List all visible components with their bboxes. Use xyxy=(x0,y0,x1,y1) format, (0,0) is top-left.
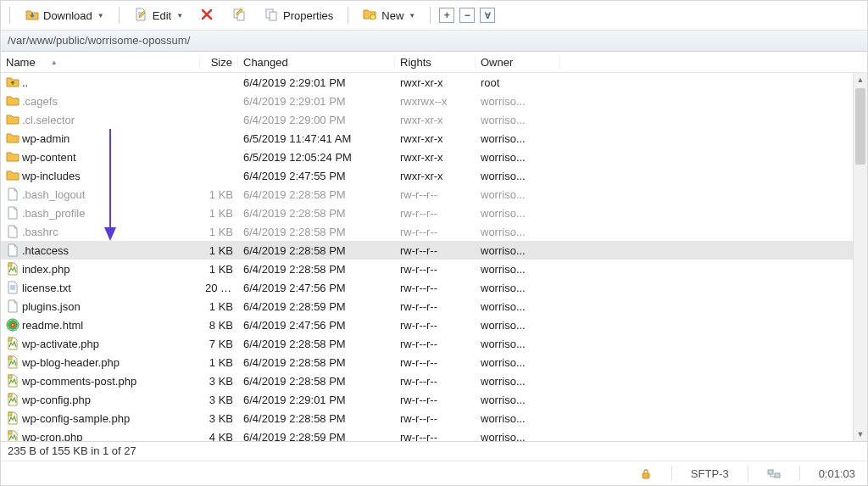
file-rights: rw-r--r-- xyxy=(395,394,476,406)
status-bar: SFTP-3 0:01:03 xyxy=(1,461,867,485)
file-name: license.txt xyxy=(22,282,71,294)
file-row[interactable]: wp-content6/5/2019 12:05:24 PMrwxr-xr-xw… xyxy=(1,148,854,166)
delete-button[interactable] xyxy=(194,5,221,25)
column-name[interactable]: Name ▲ xyxy=(1,56,200,69)
file-row[interactable]: wp-admin6/5/2019 11:47:41 AMrwxr-xr-xwor… xyxy=(1,129,854,148)
file-row[interactable]: readme.html8 KB6/4/2019 2:47:56 PMrw-r--… xyxy=(1,316,854,334)
file-size: 8 KB xyxy=(200,319,238,332)
download-button[interactable]: Download ▼ xyxy=(19,5,110,25)
file-row[interactable]: wp-cron.php4 KB6/4/2019 2:28:59 PMrw-r--… xyxy=(1,427,854,441)
file-icon xyxy=(6,187,19,201)
column-headers: Name ▲ Size Changed Rights Owner xyxy=(1,52,867,73)
file-changed: 6/4/2019 2:28:59 PM xyxy=(238,300,395,313)
edit-label: Edit xyxy=(153,9,171,22)
chevron-down-icon: ▼ xyxy=(176,12,183,20)
file-row[interactable]: wp-blog-header.php1 KB6/4/2019 2:28:58 P… xyxy=(1,353,854,371)
file-size: 20 KB xyxy=(200,282,238,294)
filter-icon[interactable]: ∀ xyxy=(480,8,495,23)
file-rights: rw-r--r-- xyxy=(395,319,476,332)
file-row[interactable]: index.php1 KB6/4/2019 2:28:58 PMrw-r--r-… xyxy=(1,260,854,278)
file-row[interactable]: wp-activate.php7 KB6/4/2019 2:28:58 PMrw… xyxy=(1,334,854,353)
file-owner: worriso... xyxy=(476,170,560,182)
file-changed: 6/4/2019 2:47:56 PM xyxy=(238,319,395,332)
file-row[interactable]: .cagefs6/4/2019 2:29:01 PMrwxrwx--xworri… xyxy=(1,92,854,110)
collapse-icon[interactable]: − xyxy=(459,8,475,23)
new-folder-icon xyxy=(363,8,378,23)
file-size: 1 KB xyxy=(200,244,238,257)
file-name: wp-content xyxy=(22,151,76,164)
file-size: 1 KB xyxy=(200,356,238,369)
file-name: plugins.json xyxy=(22,300,81,313)
vertical-scrollbar[interactable]: ▲ ▼ xyxy=(853,73,867,441)
file-row[interactable]: .htaccess1 KB6/4/2019 2:28:58 PMrw-r--r-… xyxy=(1,241,854,260)
encryption-indicator xyxy=(639,466,653,480)
new-button[interactable]: New ▼ xyxy=(357,5,421,25)
rename-icon xyxy=(232,8,248,23)
file-icon xyxy=(6,243,19,257)
folder-icon xyxy=(6,113,19,126)
file-owner: worriso... xyxy=(476,431,560,442)
file-size: 1 KB xyxy=(200,188,238,201)
selection-summary: 235 B of 155 KB in 1 of 27 xyxy=(1,441,867,461)
file-row[interactable]: plugins.json1 KB6/4/2019 2:28:59 PMrw-r-… xyxy=(1,297,854,316)
toolbar: Download ▼ Edit ▼ Properties New ▼ + − ∀ xyxy=(1,1,867,31)
path-bar[interactable]: /var/www/public/worrisome-opossum/ xyxy=(1,31,867,52)
file-changed: 6/4/2019 2:28:58 PM xyxy=(238,412,395,425)
scroll-thumb[interactable] xyxy=(855,88,865,165)
file-changed: 6/4/2019 2:28:59 PM xyxy=(238,431,395,442)
file-manager-window: Download ▼ Edit ▼ Properties New ▼ + − ∀ xyxy=(0,0,868,486)
file-row[interactable]: wp-comments-post.php3 KB6/4/2019 2:28:58… xyxy=(1,371,854,390)
column-size[interactable]: Size xyxy=(200,56,238,69)
properties-label: Properties xyxy=(283,9,333,22)
lock-icon xyxy=(639,466,653,480)
file-name: .htaccess xyxy=(22,244,69,257)
rename-button[interactable] xyxy=(226,5,253,25)
file-rights: rw-r--r-- xyxy=(395,356,476,369)
file-name: readme.html xyxy=(22,319,83,332)
file-row[interactable]: .cl.selector6/4/2019 2:29:00 PMrwxr-xr-x… xyxy=(1,110,854,129)
file-rights: rw-r--r-- xyxy=(395,431,476,442)
edit-button[interactable]: Edit ▼ xyxy=(128,5,189,25)
folder-icon xyxy=(6,94,19,108)
file-list: ..6/4/2019 2:29:01 PMrwxr-xr-xroot.cagef… xyxy=(1,73,867,441)
file-row[interactable]: ..6/4/2019 2:29:01 PMrwxr-xr-xroot xyxy=(1,73,854,92)
file-owner: worriso... xyxy=(476,95,560,108)
file-row[interactable]: .bash_logout1 KB6/4/2019 2:28:58 PMrw-r-… xyxy=(1,185,854,204)
file-owner: worriso... xyxy=(476,226,560,238)
file-row[interactable]: .bashrc1 KB6/4/2019 2:28:58 PMrw-r--r--w… xyxy=(1,222,854,241)
expand-icon[interactable]: + xyxy=(439,8,454,23)
column-owner[interactable]: Owner xyxy=(476,56,560,69)
file-rights: rwxr-xr-x xyxy=(395,76,476,89)
php-icon xyxy=(6,393,19,406)
file-row[interactable]: wp-config.php3 KB6/4/2019 2:29:01 PMrw-r… xyxy=(1,390,854,409)
protocol-label: SFTP-3 xyxy=(691,467,729,480)
file-name: wp-admin xyxy=(22,132,70,145)
file-size: 1 KB xyxy=(200,226,238,238)
file-row[interactable]: license.txt20 KB6/4/2019 2:47:56 PMrw-r-… xyxy=(1,278,854,297)
file-name: wp-config-sample.php xyxy=(22,412,130,425)
file-name: wp-cron.php xyxy=(22,431,83,442)
scroll-down-icon[interactable]: ▼ xyxy=(854,427,867,441)
toolbar-separator xyxy=(348,7,348,24)
file-row[interactable]: wp-includes6/4/2019 2:47:55 PMrwxr-xr-xw… xyxy=(1,166,854,185)
txt-icon xyxy=(6,281,19,294)
file-size: 3 KB xyxy=(200,394,238,406)
column-changed[interactable]: Changed xyxy=(238,56,395,69)
file-name: wp-includes xyxy=(22,170,81,182)
file-changed: 6/4/2019 2:29:01 PM xyxy=(238,95,395,108)
file-row[interactable]: .bash_profile1 KB6/4/2019 2:28:58 PMrw-r… xyxy=(1,204,854,222)
file-rights: rwxr-xr-x xyxy=(395,151,476,164)
file-name: .bashrc xyxy=(22,226,58,238)
file-row[interactable]: wp-config-sample.php3 KB6/4/2019 2:28:58… xyxy=(1,409,854,427)
properties-button[interactable]: Properties xyxy=(259,5,339,25)
scroll-up-icon[interactable]: ▲ xyxy=(854,73,867,87)
column-rights[interactable]: Rights xyxy=(395,56,476,69)
toolbar-separator xyxy=(9,7,10,24)
folder-icon xyxy=(6,131,19,145)
file-rights: rw-r--r-- xyxy=(395,244,476,257)
folder-up-icon xyxy=(6,75,19,89)
file-name: index.php xyxy=(22,263,70,276)
chevron-down-icon: ▼ xyxy=(97,12,104,20)
file-changed: 6/4/2019 2:28:58 PM xyxy=(238,244,395,257)
file-changed: 6/4/2019 2:29:01 PM xyxy=(238,76,395,89)
